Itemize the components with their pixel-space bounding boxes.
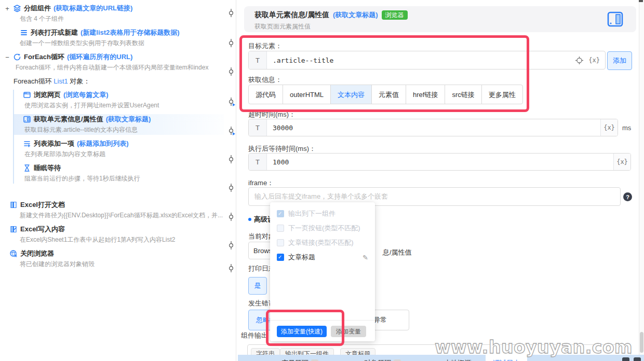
node-desc: 将已创建的浏览器对象销毁 xyxy=(0,259,236,269)
component-title: 获取单元素信息/属性值 xyxy=(254,10,329,20)
node-title: 获取单元素信息/属性值 xyxy=(34,115,103,124)
connector-pin-icon[interactable] xyxy=(229,213,234,221)
connector-pin-icon[interactable] xyxy=(229,127,234,135)
scrollbar-thumb[interactable] xyxy=(640,332,643,353)
tab-variable-manager[interactable]: 变量管理4 xyxy=(274,355,326,361)
layers-icon xyxy=(13,4,21,12)
node-title: 关闭浏览器 xyxy=(20,249,54,258)
help-icon[interactable]: ? xyxy=(623,192,632,201)
segment-source[interactable]: 源代码 xyxy=(248,85,283,104)
tree-node-close-browser[interactable]: 关闭浏览器 将已创建的浏览器对象销毁 xyxy=(0,248,236,269)
node-title: 列表添加一项 xyxy=(34,139,74,148)
target-element-value[interactable]: .article--title xyxy=(267,51,570,69)
toolbar-icon[interactable] xyxy=(634,357,641,361)
blue-dot-icon xyxy=(248,218,251,221)
segment-element-value[interactable]: 元素值 xyxy=(371,85,406,104)
tree-node-list-append[interactable]: 列表添加一项(标题添加到列表) 在列表尾部添加内容文章标题 xyxy=(14,138,236,159)
connector-pin-icon[interactable] xyxy=(229,155,234,163)
node-annotation: (获取文章标题) xyxy=(106,115,151,124)
tree-node-sleep[interactable]: 睡眠等待 阻塞当前运行的步骤，等待1秒后继续执行 xyxy=(14,163,236,184)
variable-icon[interactable]: {x} xyxy=(588,57,600,64)
checkbox-checked-disabled xyxy=(277,210,284,217)
tree-node-excel-open[interactable]: Excel打开文档 新建文件路径为{{ENV.Desktop}}\ForEcah… xyxy=(0,200,236,220)
watermark: www.huoyuyan.com xyxy=(435,337,633,357)
connector-pin-icon[interactable] xyxy=(229,98,234,106)
checkbox-unchecked xyxy=(277,239,284,246)
segment-text-content[interactable]: 文本内容 xyxy=(330,85,372,104)
node-annotation: (获取标题文章的URL链接) xyxy=(53,4,132,13)
node-desc: 新建文件路径为{{ENV.Desktop}}\ForEcah循环标题.xlsx的… xyxy=(0,210,236,220)
connector-pin-icon[interactable] xyxy=(229,67,234,76)
tree-node-browse[interactable]: 浏览网页(浏览每篇文章) 使用浏览器实例，打开网址item并设置UserAgen… xyxy=(14,90,236,110)
node-desc: 使用浏览器实例，打开网址item并设置UserAgent xyxy=(14,100,236,110)
tab-object-manager[interactable]: 对象管理4 xyxy=(357,355,408,361)
dropdown-item-article-link: 文章链接(类型不匹配) xyxy=(270,235,375,250)
text-type-prefix[interactable]: T xyxy=(249,119,267,136)
node-annotation: (标题添加到列表) xyxy=(77,139,129,148)
node-desc: 在列表尾部添加内容文章标题 xyxy=(14,149,236,159)
dropdown-item-article-title[interactable]: 文章标题 ✎ xyxy=(270,250,375,265)
add-variable-button[interactable]: 添加变量 xyxy=(331,326,366,337)
edit-pencil-icon[interactable]: ✎ xyxy=(363,254,368,261)
segment-outerhtml[interactable]: outerHTML xyxy=(283,85,331,104)
tree-node-group[interactable]: + 分组组件(获取标题文章的URL链接) 包含 4 个子组件 xyxy=(0,3,236,24)
connector-pin-icon[interactable] xyxy=(229,9,234,17)
browser-badge: 浏览器 xyxy=(382,10,408,20)
dropdown-footer: 添加变量(快速) 添加变量 xyxy=(270,320,375,337)
expander-icon[interactable]: − xyxy=(4,53,10,61)
properties-panel: 获取单元素信息/属性值 (获取文章标题) 浏览器 获取页面元素属性值 目标元素：… xyxy=(237,0,644,361)
node-desc: 包含 4 个子组件 xyxy=(0,13,236,24)
close-browser-icon xyxy=(9,249,18,258)
connector-pin-icon[interactable] xyxy=(229,241,234,249)
print-log-yes-button[interactable]: 是 xyxy=(248,277,267,295)
toolbar-icon[interactable] xyxy=(622,357,629,361)
expander-icon[interactable]: + xyxy=(4,5,10,12)
tree-node-excel-write[interactable]: Excel写入内容 在Excel内Sheet1工作表中从起始行1第A列写入内容L… xyxy=(0,224,236,245)
add-button[interactable]: 添加 xyxy=(607,51,632,70)
tree-node-list-create[interactable]: 列表打开或新建(新建list2表格用于存储标题数据) 创建一个一维数组类型实例用… xyxy=(0,27,236,48)
variable-icon[interactable]: {x} xyxy=(613,154,630,170)
tree-node-foreach[interactable]: − ForEach循环(循环遍历所有的URL) Foreach循环，组件内将自动… xyxy=(0,52,236,73)
node-desc: 在Excel内Sheet1工作表中从起始行1第A列写入内容List2 xyxy=(0,234,236,245)
checkbox-unchecked xyxy=(277,225,284,232)
workflow-tree-panel: + 分组组件(获取标题文章的URL链接) 包含 4 个子组件 列表打开或新建(新… xyxy=(0,0,236,361)
connector-pin-icon[interactable] xyxy=(229,264,234,272)
timeout-value[interactable]: 30000 xyxy=(267,119,600,136)
browser-window-icon xyxy=(23,91,31,99)
component-subtitle: 获取页面元素属性值 xyxy=(254,22,311,31)
node-desc: Foreach循环，组件内将自动新建一个本级循环内局部变量item和index xyxy=(0,62,236,73)
target-element-input[interactable]: T .article--title {x} xyxy=(248,51,606,70)
dropdown-item-next-component[interactable]: 输出到下一组件 xyxy=(270,206,375,221)
quick-add-variable-button[interactable]: 添加变量(快速) xyxy=(277,326,327,337)
element-capture-icon[interactable] xyxy=(607,11,624,27)
scrollbar-track[interactable] xyxy=(639,0,644,361)
node-desc: 阻塞当前运行的步骤，等待1秒后继续执行 xyxy=(14,173,236,184)
segment-src[interactable]: src链接 xyxy=(445,85,481,104)
list1-link[interactable]: List1 xyxy=(53,77,68,85)
text-type-prefix[interactable]: T xyxy=(249,154,267,170)
ms-unit-label: ms xyxy=(622,124,631,132)
node-title: 睡眠等待 xyxy=(34,163,61,173)
timeout-input[interactable]: T 30000 {x} xyxy=(248,119,618,136)
wait-after-input[interactable]: T 1000 {x} xyxy=(248,153,631,171)
element-picker-icon[interactable] xyxy=(575,57,583,64)
connector-pin-icon[interactable] xyxy=(229,184,234,192)
list-icon xyxy=(20,29,28,37)
text-type-prefix[interactable]: T xyxy=(249,51,267,69)
node-title: 浏览网页 xyxy=(34,90,61,100)
segment-href[interactable]: href链接 xyxy=(406,85,445,104)
segment-more-attrs[interactable]: 更多属性 xyxy=(481,85,523,104)
checkbox-checked[interactable] xyxy=(277,254,284,261)
variable-icon[interactable]: {x} xyxy=(600,119,618,136)
occluded-text-fragment: 息/属性值 xyxy=(383,248,412,257)
wait-after-value[interactable]: 1000 xyxy=(267,154,613,170)
node-annotation: (循环遍历所有的URL) xyxy=(67,52,132,62)
component-header-card: 获取单元素信息/属性值 (获取文章标题) 浏览器 获取页面元素属性值 xyxy=(244,6,636,32)
node-title: 列表打开或新建 xyxy=(31,28,78,37)
target-element-label: 目标元素： xyxy=(248,41,282,51)
node-annotation: (新建list2表格用于存储标题数据) xyxy=(81,28,180,37)
tree-node-get-element-selected[interactable]: 获取单元素信息/属性值(获取文章标题) 获取目标元素.article--titl… xyxy=(14,114,224,135)
node-desc: 创建一个一维数组类型实例用于存取列表数据 xyxy=(0,38,236,48)
dropdown-item-next-page-btn: 下一页按钮(类型不匹配) xyxy=(270,221,375,235)
connector-pin-icon[interactable] xyxy=(229,39,234,47)
